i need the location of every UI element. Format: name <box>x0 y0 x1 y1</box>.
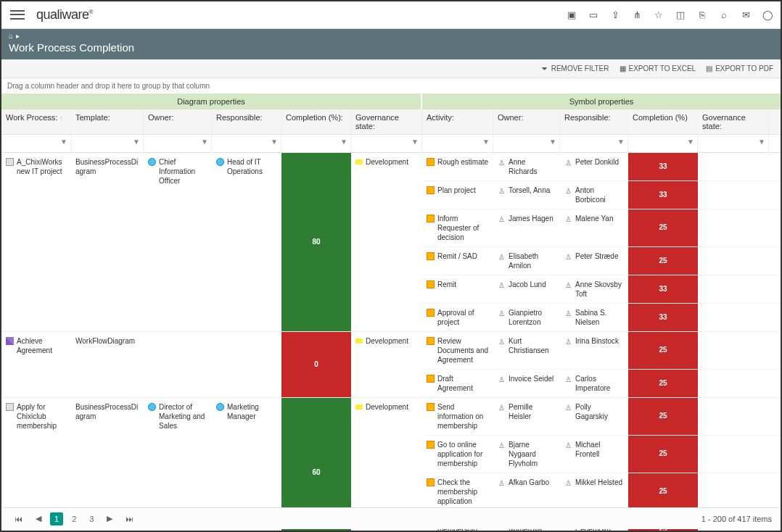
pager-last-button[interactable]: ⏭ <box>121 512 138 525</box>
activity-row[interactable]: Approval of project♙Gianpietro Lorentzon… <box>422 304 781 331</box>
activity-row[interactable]: Plan project♙Torsell, Anna♙Anton Borbico… <box>422 181 781 209</box>
table-row[interactable]: Achieve AgreementWorkFlowDiagram0Develop… <box>1 332 781 398</box>
pager-page-3[interactable]: 3 <box>85 512 98 525</box>
activity-row[interactable]: Remit / SAD♙Elisabeth Arnilon♙Peter Stræ… <box>422 247 781 275</box>
filter-icon[interactable]: ▼ <box>411 138 419 146</box>
filter-icon[interactable]: ▼ <box>133 138 140 146</box>
activity-icon <box>427 158 435 166</box>
pager-prev-button[interactable]: ◀ <box>31 512 46 525</box>
cell-activity[interactable]: Rough estimate <box>422 153 493 180</box>
app-topbar: qualiware® ▣ ▭ ⇪ ⋔ ☆ ◫ ⎘ ⌕ ✉ ◯ <box>1 1 781 29</box>
col-header-s-completion[interactable]: Completion (%) <box>628 109 698 134</box>
cell-activity-responsible: ♙Mikkel Helsted <box>560 473 628 510</box>
cell-activity-completion: 25 <box>628 370 698 397</box>
breadcrumb[interactable]: ⌂ ▸ <box>9 32 773 40</box>
pager-page-1[interactable]: 1 <box>50 512 63 525</box>
col-header-governance[interactable]: Governance state: <box>351 109 422 134</box>
data-grid[interactable]: A_ChixiWorks new IT projectBusinessProce… <box>1 153 781 532</box>
activity-row[interactable]: Review Documents and Agreement♙Kurt Chri… <box>422 332 781 370</box>
user-icon: ♙ <box>498 375 506 383</box>
folder-icon[interactable]: ▣ <box>566 9 577 21</box>
activity-icon <box>427 337 435 345</box>
user-icon: ♙ <box>498 403 506 411</box>
user-icon: ♙ <box>564 158 572 166</box>
filter-icon[interactable]: ▼ <box>271 138 278 146</box>
cell-activity-governance <box>698 398 769 435</box>
activity-row[interactable]: Check the membership application♙Afkan G… <box>422 473 781 511</box>
filter-icon[interactable]: ▼ <box>201 138 208 146</box>
cell-activity[interactable]: Plan project <box>422 181 493 209</box>
filter-icon[interactable]: ▼ <box>549 138 556 146</box>
mail-icon[interactable]: ✉ <box>740 9 752 21</box>
search-icon[interactable]: ⌕ <box>718 9 730 21</box>
cell-activity-governance <box>698 332 769 369</box>
logo: qualiware® <box>36 7 93 22</box>
filter-icon[interactable]: ▼ <box>687 138 694 146</box>
remove-filter-button[interactable]: ⏷REMOVE FILTER <box>541 65 609 72</box>
activity-row[interactable]: Inform Requester of decision♙James Hagen… <box>422 209 781 247</box>
activity-icon <box>427 186 435 194</box>
col-header-s-owner[interactable]: Owner: <box>493 109 560 134</box>
col-header-template[interactable]: Template: <box>71 109 144 134</box>
cell-activity-completion: 25 <box>628 209 698 246</box>
cell-activity[interactable]: Remit / SAD <box>422 247 493 275</box>
activity-row[interactable]: Send information on membership♙Pernille … <box>422 398 781 436</box>
hamburger-menu-icon[interactable] <box>9 7 26 24</box>
present-icon[interactable]: ▭ <box>588 9 599 21</box>
star-icon[interactable]: ☆ <box>653 9 664 21</box>
activity-row[interactable]: Draft Agreement♙Invoice Seidel♙Carlos Im… <box>422 370 781 397</box>
table-row[interactable]: A_ChixiWorks new IT projectBusinessProce… <box>1 153 781 332</box>
cell-work-process[interactable]: Achieve Agreement <box>1 332 71 397</box>
person-icon <box>216 158 224 166</box>
filter-icon[interactable]: ▼ <box>60 138 67 146</box>
cell-responsible: Head of IT Operations <box>212 153 281 331</box>
cell-activity-completion: 33 <box>628 304 698 331</box>
col-header-owner[interactable]: Owner: <box>144 109 212 134</box>
user-icon: ♙ <box>498 280 506 288</box>
cell-activity[interactable]: Inform Requester of decision <box>422 209 493 246</box>
cell-activity-governance <box>698 209 769 246</box>
filter-icon[interactable]: ▼ <box>758 138 765 146</box>
pager-next-button[interactable]: ▶ <box>102 512 117 525</box>
user-icon[interactable]: ◯ <box>762 9 773 21</box>
export-pdf-button[interactable]: ▤EXPORT TO PDF <box>706 65 773 72</box>
copy-icon[interactable]: ⎘ <box>696 9 708 21</box>
pager-first-button[interactable]: ⏮ <box>10 512 27 525</box>
activity-icon <box>427 375 435 383</box>
activity-row[interactable]: Rough estimate♙Anne Richards♙Peter Donki… <box>422 153 781 181</box>
upload-icon[interactable]: ⇪ <box>609 9 621 21</box>
cell-activity[interactable]: Check the membership application <box>422 473 493 510</box>
cell-activity[interactable]: Review Documents and Agreement <box>422 332 493 369</box>
cell-activity[interactable]: Send information on membership <box>422 398 493 435</box>
activity-row[interactable]: Remit♙Jacob Lund♙Anne Skovsby Toft33 <box>422 275 781 304</box>
col-header-work-process[interactable]: Work Process:↑ <box>1 109 71 134</box>
group-drop-area[interactable]: Drag a column header and drop it here to… <box>1 78 781 93</box>
col-header-responsible[interactable]: Responsible: <box>212 109 281 134</box>
col-header-s-responsible[interactable]: Responsible: <box>560 109 628 134</box>
pager: ⏮ ◀ 1 2 3 ▶ ⏭ <box>10 512 138 525</box>
cell-activity-completion: 25 <box>628 398 698 435</box>
cell-activity-owner: ♙Pernille Heisler <box>493 398 560 435</box>
cell-activity-responsible: ♙Malene Yan <box>560 209 628 246</box>
cell-activity[interactable]: Draft Agreement <box>422 370 493 397</box>
cell-activity-governance <box>698 436 769 473</box>
filter-icon[interactable]: ▼ <box>482 138 490 146</box>
bookmark-icon[interactable]: ◫ <box>675 9 686 21</box>
cell-owner <box>144 332 212 397</box>
col-header-completion[interactable]: Completion (%): <box>281 109 351 134</box>
home-icon[interactable]: ⌂ <box>9 32 13 40</box>
cell-work-process[interactable]: A_ChixiWorks new IT project <box>1 153 71 331</box>
export-excel-button[interactable]: ▦EXPORT TO EXCEL <box>620 65 696 72</box>
col-header-activity[interactable]: Activity: <box>422 109 493 134</box>
activity-row[interactable]: Go to online application for membership♙… <box>422 436 781 473</box>
pager-page-2[interactable]: 2 <box>67 512 81 525</box>
share-icon[interactable]: ⋔ <box>631 9 643 21</box>
cell-responsible <box>212 332 281 397</box>
cell-activity-governance <box>698 304 769 331</box>
filter-icon[interactable]: ▼ <box>340 138 347 146</box>
col-header-s-governance[interactable]: Governance state: <box>698 109 769 134</box>
filter-icon[interactable]: ▼ <box>617 138 625 146</box>
cell-activity[interactable]: Remit <box>422 275 493 303</box>
cell-activity[interactable]: Approval of project <box>422 304 493 331</box>
cell-activity[interactable]: Go to online application for membership <box>422 436 493 473</box>
